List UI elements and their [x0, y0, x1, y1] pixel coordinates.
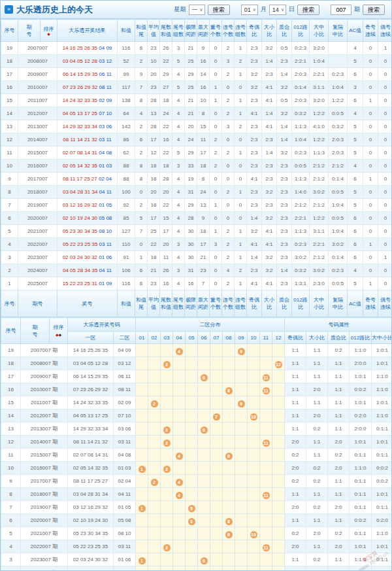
table-row: 182008007 期03 04 05 12 2803 123121:11:11…: [1, 357, 392, 370]
stat-cell: 5: [348, 120, 363, 133]
column-header: 重号个数: [210, 20, 222, 42]
stat-cell: 7: [135, 81, 148, 94]
issue-input[interactable]: [331, 5, 351, 15]
dist-cell: [136, 383, 148, 396]
sort-icon[interactable]: ◆: [41, 33, 57, 36]
dist-cell: [248, 344, 260, 357]
stat-cell: 7: [135, 225, 148, 238]
table-row: 11201500702 07 08 14 31 04 0862212225291…: [1, 147, 392, 160]
seq-cell: 17: [1, 68, 18, 81]
dist-cell: [235, 449, 248, 462]
stat-cell: 17: [148, 133, 160, 147]
result-cell: 02 10 19 24 30 05 08: [57, 212, 118, 225]
dist-cell: [235, 527, 248, 540]
stat-cell: 1: [210, 94, 222, 107]
stat-cell: 31: [185, 186, 197, 199]
attr-cell: 0:1:1: [350, 527, 372, 540]
stat-cell: 1:4: [247, 212, 262, 225]
stat-cell: 2: [222, 251, 235, 264]
dist-cell: [223, 436, 235, 449]
column-header: 大中小比: [310, 290, 329, 317]
dist-cell: [272, 409, 285, 423]
stat-cell: 16: [185, 277, 197, 290]
stat-cell: 1:0:4: [292, 133, 310, 147]
stat-cell: 3: [348, 81, 363, 94]
stat-cell: 1: [210, 81, 222, 94]
issue-search-button[interactable]: 搜索: [363, 5, 385, 15]
attr-cell: 0:1:1: [350, 566, 372, 571]
stat-cell: 2:0:3: [292, 94, 310, 107]
attr-cell: 1:1: [306, 514, 328, 527]
week-select[interactable]: 一∨: [189, 5, 205, 15]
column-header: 尾数和值: [160, 20, 172, 42]
stat-cell: 6: [348, 212, 363, 225]
stat-cell: 4:1: [262, 94, 277, 107]
attr-cell: 1:1:0: [350, 462, 372, 475]
dist-cell: [235, 436, 248, 449]
attr-cell: 2:0: [306, 383, 328, 396]
seq-cell: 2: [1, 264, 18, 277]
front-numbers: 06 14 15 29 35: [63, 71, 97, 77]
table-row: 142012007 期04 05 13 17 2507 107101:12:01…: [1, 409, 392, 423]
result-cell: 02 07 08 14 31 04 08: [57, 147, 118, 160]
date-search-button[interactable]: 搜索: [297, 5, 319, 15]
dist-cell: 8: [223, 383, 235, 396]
attr-cell: 2:0: [306, 409, 328, 423]
ball-number: 8: [225, 531, 233, 538]
seq-cell: 6: [1, 212, 18, 225]
stat-cell: 4: [172, 199, 185, 212]
sort-desc-icon[interactable]: ◆: [59, 333, 62, 337]
stat-cell: 13: [148, 107, 160, 120]
ball-number: 11: [263, 387, 270, 394]
stat-cell: 0: [378, 160, 392, 173]
zone1-cell: 02 07 08 14 31: [68, 449, 114, 462]
attr-cell: 1:1: [285, 396, 306, 409]
attr-cell: 1:1: [328, 475, 350, 488]
table-row: 132013007 期14 29 32 33 3403 06361:10:21:…: [1, 423, 392, 436]
attr-cell: 1:0:1: [372, 540, 392, 553]
stat-cell: 2:2:1: [292, 212, 310, 225]
dist-cell: [260, 344, 272, 357]
dist-cell: [173, 514, 186, 527]
stat-cell: 0: [222, 133, 235, 147]
stat-cell: 2:3: [247, 42, 262, 55]
table-row: 7201900703 12 16 29 32 01 05922182242913…: [1, 199, 392, 212]
stat-cell: 3: [172, 42, 185, 55]
dist-cell: [136, 475, 148, 488]
ball-number: 1: [139, 466, 146, 473]
result-cell: 14 16 25 26 35 04 09: [57, 42, 118, 55]
dist-cell: [272, 553, 285, 566]
column-header: 偶号连续: [378, 290, 392, 317]
stat-cell: 2:3: [247, 199, 262, 212]
month-select[interactable]: 01∨: [241, 5, 258, 15]
stat-cell: 0:0:5: [329, 277, 348, 290]
back-numbers: 01 05: [99, 202, 112, 208]
stat-cell: 23: [148, 81, 160, 94]
table-row: 112015007 期02 07 08 14 3104 08480:21:10:…: [1, 449, 392, 462]
stat-cell: 2:3: [247, 133, 262, 147]
dist-cell: [198, 449, 210, 462]
day-select[interactable]: 14∨: [269, 5, 286, 15]
ball-number: 9: [238, 348, 245, 355]
table-row: 13201300714 29 32 33 34 03 0614222822420…: [1, 120, 392, 133]
table-row: 16201000707 23 26 29 32 08 1111772327525…: [1, 81, 392, 94]
week-search-button[interactable]: 搜索: [208, 5, 230, 15]
stat-cell: 2:0:3: [329, 133, 348, 147]
chevron-down-icon: ∨: [253, 5, 256, 14]
stat-cell: 0:2:3: [292, 238, 310, 251]
dist-cell: [248, 488, 260, 501]
stat-cell: 16: [160, 133, 172, 147]
dist-cell: [198, 344, 210, 357]
attr-cell: 2:0: [328, 540, 350, 553]
stat-cell: 2: [222, 94, 235, 107]
stat-cell: 1:2:2: [310, 107, 329, 120]
column-header: 序号: [1, 318, 21, 344]
dist-cell: 3: [161, 423, 173, 436]
seq-cell: 5: [1, 527, 21, 540]
seq-cell: 15: [1, 396, 21, 409]
stat-cell: 15: [160, 212, 172, 225]
dist-cell: [223, 409, 235, 423]
group-header: 大乐透开奖号码: [68, 318, 136, 332]
stat-cell: 2:3: [262, 199, 277, 212]
ball-number: 5: [188, 505, 195, 512]
